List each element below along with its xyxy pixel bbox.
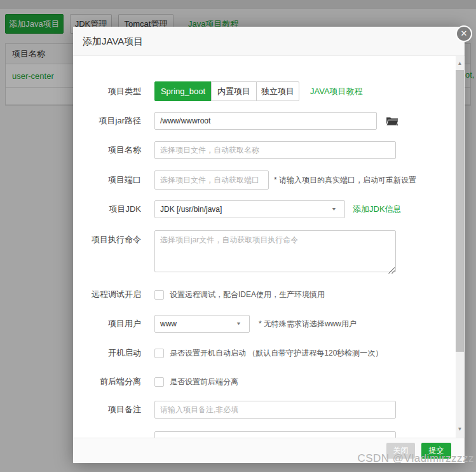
auto-start-checkbox[interactable]: [154, 349, 164, 358]
jdk-select-value: JDK [/usr/bin/java]: [160, 205, 222, 214]
form-row-project-type: 项目类型 Spring_boot 内置项目 独立项目 JAVA项目教程: [73, 81, 363, 101]
front-back-separation-checkbox[interactable]: [154, 377, 164, 387]
modal-scrollbar[interactable]: ▲ ▼: [456, 56, 464, 438]
modal-title: 添加JAVA项目: [73, 27, 465, 56]
jar-path-input[interactable]: [154, 112, 377, 130]
form-row-project-name: 项目名称: [73, 141, 396, 159]
form-row-project-port: 项目端口 * 请输入项目的真实端口，启动可重新设置: [73, 170, 416, 190]
csdn-watermark: CSDN @Vladimirzzzzz: [357, 452, 474, 465]
close-icon[interactable]: ✕: [456, 25, 472, 42]
type-option-builtin[interactable]: 内置项目: [211, 81, 257, 101]
form-row-jar-path: 项目jar路径: [73, 112, 399, 130]
front-back-separation-text: 是否设置前后端分离: [170, 377, 238, 387]
form-row-front-back-separation: 前后端分离 是否设置前后端分离: [73, 377, 238, 387]
scrollbar-thumb[interactable]: [456, 70, 464, 352]
project-name-input[interactable]: [154, 141, 396, 159]
jdk-select[interactable]: JDK [/usr/bin/java] ▼: [154, 200, 345, 218]
form-row-remote-debug: 远程调试开启 设置远程调试，配合IDEA使用，生产环境慎用: [73, 289, 325, 300]
project-user-label: 项目用户: [73, 315, 141, 333]
scroll-down-icon[interactable]: ▼: [456, 424, 464, 434]
chevron-down-icon: ▼: [236, 321, 241, 326]
project-jdk-label: 项目JDK: [73, 200, 141, 218]
project-port-input[interactable]: [154, 170, 269, 190]
type-option-standalone[interactable]: 独立项目: [256, 81, 299, 101]
project-name-label: 项目名称: [73, 141, 141, 159]
form-row-exec-command: 项目执行命令: [73, 230, 396, 275]
exec-command-label: 项目执行命令: [73, 230, 141, 245]
project-user-value: www: [160, 319, 177, 328]
exec-command-textarea[interactable]: [154, 230, 396, 272]
auto-start-text: 是否设置开机自动启动 （默认自带守护进程每120秒检测一次）: [170, 348, 383, 358]
add-jdk-link[interactable]: 添加JDK信息: [353, 200, 402, 218]
form-row-project-user: 项目用户 www ▼ * 无特殊需求请选择www用户: [73, 315, 357, 333]
auto-start-label: 开机启动: [73, 348, 141, 358]
add-java-project-modal: 添加JAVA项目 ✕ 项目类型 Spring_boot 内置项目 独立项目 JA…: [73, 27, 465, 463]
type-option-springboot[interactable]: Spring_boot: [154, 81, 212, 101]
front-back-separation-label: 前后端分离: [73, 377, 141, 387]
folder-browse-icon[interactable]: [386, 116, 399, 127]
project-user-select[interactable]: www ▼: [154, 315, 250, 333]
project-user-note: * 无特殊需求请选择www用户: [259, 315, 357, 333]
project-port-label: 项目端口: [73, 170, 141, 190]
scroll-up-icon[interactable]: ▲: [456, 59, 464, 68]
jar-path-label: 项目jar路径: [73, 112, 141, 130]
form-row-auto-start: 开机启动 是否设置开机自动启动 （默认自带守护进程每120秒检测一次）: [73, 348, 383, 358]
project-type-label: 项目类型: [73, 81, 141, 101]
remote-debug-checkbox[interactable]: [154, 290, 164, 300]
form-row-project-note: 项目备注: [73, 401, 396, 419]
remote-debug-text: 设置远程调试，配合IDEA使用，生产环境慎用: [170, 289, 325, 300]
remote-debug-label: 远程调试开启: [73, 289, 141, 300]
form-row-clipped: [73, 431, 396, 438]
chevron-down-icon: ▼: [331, 207, 337, 212]
modal-body: 项目类型 Spring_boot 内置项目 独立项目 JAVA项目教程 项目ja…: [73, 56, 465, 438]
clipped-input[interactable]: [154, 431, 396, 438]
java-project-tutorial-link[interactable]: JAVA项目教程: [310, 81, 363, 101]
project-note-label: 项目备注: [73, 401, 141, 419]
form-row-project-jdk: 项目JDK JDK [/usr/bin/java] ▼ 添加JDK信息: [73, 200, 402, 218]
project-note-input[interactable]: [154, 401, 396, 419]
resize-grip-icon[interactable]: [388, 267, 395, 274]
project-port-note: * 请输入项目的真实端口，启动可重新设置: [274, 170, 416, 190]
screen: 添加Java项目 JDK管理 Tomcat管理 Java项目教程 项目名称 us…: [0, 0, 476, 472]
